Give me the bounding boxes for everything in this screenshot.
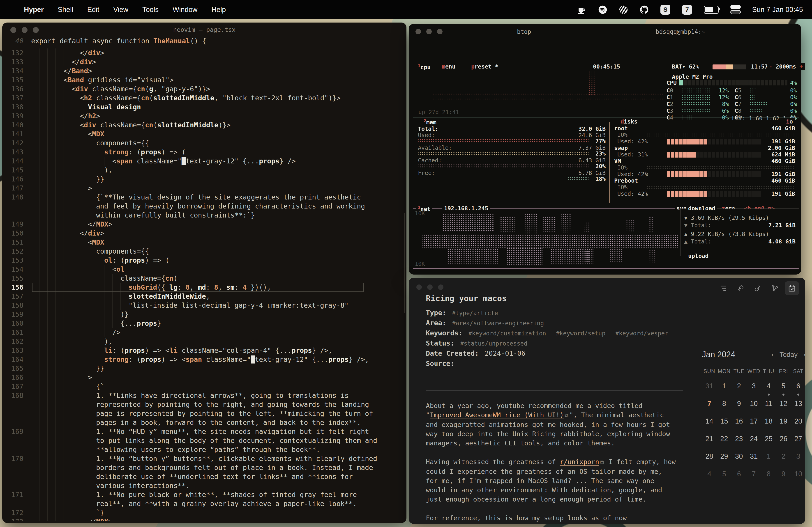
calendar-day[interactable]: 28 [702,452,717,462]
code-token: ), [104,337,112,346]
calendar-next-button[interactable]: › [803,351,806,358]
graph-icon[interactable] [768,281,782,295]
calendar-day[interactable]: 1 [717,382,732,392]
menu-clock[interactable]: Sun 7 Jan 00:45 [752,6,803,14]
calendar-day[interactable]: 3 [746,382,761,392]
calendar-day[interactable]: 20 [791,417,806,427]
calendar-day[interactable]: 16 [731,417,746,427]
calendar-day[interactable]: 18 [761,417,776,427]
calendar-icon[interactable] [785,281,799,295]
calendar-day[interactable]: 12 [776,400,791,409]
calendar-day[interactable]: 22 [717,435,732,445]
metadata-tag[interactable]: #keyword/customization [468,330,546,337]
calendar-day[interactable]: 17 [746,417,761,427]
menu-button[interactable]: menu [440,63,457,70]
control-center-icon[interactable] [730,4,741,15]
indent-guide [47,103,56,111]
metadata-tag[interactable]: #type/article [452,310,498,316]
code-line: 144<span className="█text-gray-12" {...p… [2,157,406,166]
outgoing-links-icon[interactable] [751,281,765,295]
calendar-day[interactable]: 7 [746,470,761,480]
indent-guide [39,481,47,490]
calendar-day[interactable]: 2 [731,382,746,392]
editor-titlebar[interactable]: neovim — page.tsx [2,22,406,36]
menu-item-edit[interactable]: Edit [87,6,99,14]
close-button[interactable] [416,284,422,290]
calendar-day[interactable]: 10 [746,400,761,409]
calendar-day[interactable]: 4 [761,382,776,392]
calendar-day[interactable]: 2 [776,452,791,462]
battery-icon[interactable] [704,6,719,14]
menu-item-help[interactable]: Help [212,6,226,14]
terminal-tab-shell[interactable]: bdsqqq@mbp14:~ [656,28,705,35]
calendar-day[interactable]: 10 [791,470,806,480]
calendar-day[interactable]: 8 [717,400,732,409]
note-link[interactable]: r/unixporn [560,458,599,466]
seven-badge-icon[interactable]: 7 [682,5,692,15]
outline-icon[interactable] [716,281,730,295]
striped-ball-icon[interactable] [619,5,628,14]
calendar-prev-button[interactable]: ‹ [771,351,774,358]
calendar-day[interactable]: 19 [776,417,791,427]
zoom-button[interactable] [437,29,443,34]
spotify-icon[interactable] [598,5,607,14]
calendar-day[interactable]: 15 [717,417,732,427]
calendar-day[interactable]: 11 [761,400,776,409]
indent-guide [80,364,88,373]
refresh-ms-control[interactable]: - 2000ms + [767,63,805,70]
calendar-day[interactable]: 9 [776,470,791,480]
io-mode-label[interactable]: io [784,118,795,125]
calendar-day[interactable]: 14 [702,417,717,427]
calendar-day[interactable]: 25 [761,435,776,445]
preset-button[interactable]: preset * [469,63,500,70]
calendar-day[interactable]: 27 [791,435,806,445]
minimize-button[interactable] [427,284,433,290]
menu-item-view[interactable]: View [113,6,128,14]
calendar-day[interactable]: 5 [776,382,791,392]
disk-io-row: IO% [614,132,795,138]
s-badge-icon[interactable]: S [661,5,670,15]
metadata-tag[interactable]: #area/software-engineering [452,320,544,327]
caffeine-cup-icon[interactable] [577,6,586,14]
calendar-day[interactable]: 13 [791,400,806,409]
editor-scrollbar[interactable] [404,213,405,313]
calendar-day[interactable]: 23 [731,435,746,445]
calendar-day[interactable]: 3 [791,452,806,462]
calendar-day[interactable]: 1 [761,452,776,462]
minimize-button[interactable] [21,27,28,33]
indent-guide [72,418,80,427]
metadata-tag[interactable]: #status/unprocessed [460,340,527,347]
menu-item-shell[interactable]: Shell [58,6,73,14]
note-link[interactable]: Improved AwesomeWM rice (With UI!) [430,411,564,419]
menu-item-tools[interactable]: Tools [142,6,159,14]
calendar-day[interactable]: 31 [746,452,761,462]
calendar-day[interactable]: 24 [746,435,761,445]
close-button[interactable] [416,29,421,34]
indent-guide [31,355,39,364]
calendar-day[interactable]: 9 [731,400,746,409]
github-icon[interactable] [640,5,649,14]
calendar-day[interactable]: 6 [731,470,746,480]
calendar-day[interactable]: 29 [717,452,732,462]
metadata-tag[interactable]: #keyword/vesper [615,330,668,337]
zoom-button[interactable] [438,284,444,290]
calendar-day[interactable]: 4 [702,470,717,480]
calendar-day[interactable]: 30 [731,452,746,462]
calendar-day[interactable]: 26 [776,435,791,445]
calendar-day[interactable]: 8 [761,470,776,480]
menu-item-window[interactable]: Window [173,6,197,14]
calendar-day[interactable]: 5 [717,470,732,480]
terminal-tab-btop[interactable]: btop [517,28,531,35]
calendar-day[interactable]: 21 [702,435,717,445]
calendar-today-button[interactable]: Today [780,351,798,358]
app-menu-hyper[interactable]: Hyper [24,6,44,14]
calendar-day[interactable]: 31 [702,382,717,392]
metadata-tag[interactable]: #keyword/setup [556,330,605,337]
calendar-day-today[interactable]: 7 [702,400,717,409]
calendar-day[interactable]: 6 [791,382,806,392]
zoom-button[interactable] [33,27,39,33]
code-area[interactable]: 40export default async function TheManua… [2,36,406,521]
close-button[interactable] [10,27,16,33]
backlinks-icon[interactable] [734,281,748,295]
minimize-button[interactable] [426,29,432,34]
